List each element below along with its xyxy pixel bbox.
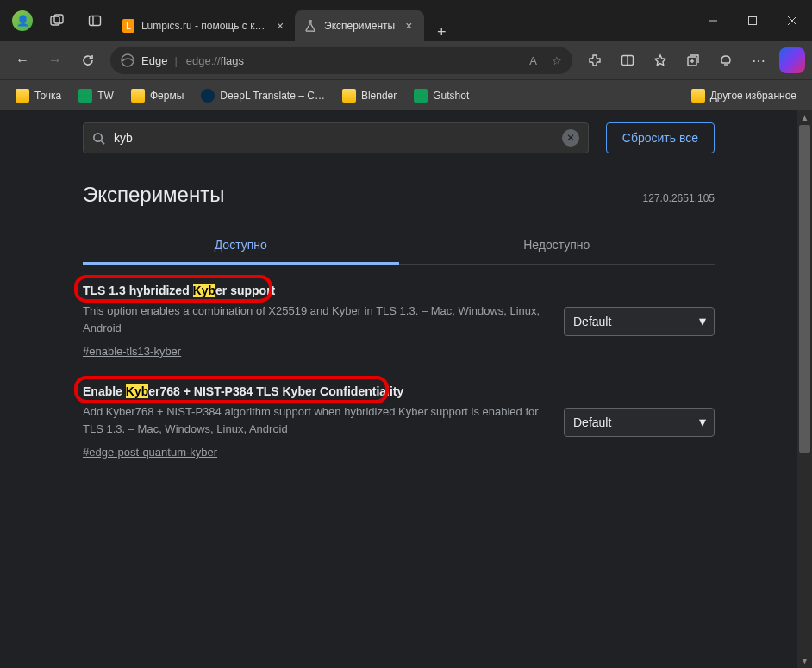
clear-search-button[interactable]: ✕	[562, 129, 579, 147]
tab-title: Lumpics.ru - помощь с компью	[141, 20, 267, 32]
bookmark-item[interactable]: Blender	[335, 85, 403, 106]
version-label: 127.0.2651.105	[643, 192, 715, 204]
addr-actions: A⁺ ☆	[529, 54, 562, 67]
bookmark-item[interactable]: Фермы	[124, 85, 191, 106]
folder-icon	[131, 89, 145, 103]
addr-separator: |	[174, 54, 177, 67]
browser-toolbar: ← → Edge | edge://flags A⁺ ☆ ⋯	[0, 41, 812, 79]
svg-line-15	[101, 140, 104, 144]
forward-button: →	[40, 45, 71, 76]
extensions-icon[interactable]	[579, 45, 610, 76]
search-value: kyb	[114, 131, 562, 145]
flag-select[interactable]: Default	[564, 307, 715, 336]
flag-anchor-link[interactable]: #edge-post-quantum-kyber	[83, 446, 217, 459]
bookmark-item[interactable]: Gutshot	[407, 85, 476, 106]
svg-rect-5	[749, 17, 757, 25]
bookmark-item[interactable]: DeepL Translate – C…	[194, 85, 332, 106]
tab-bar: Доступно Недоступно	[83, 228, 715, 265]
bookmark-item[interactable]: TW	[72, 85, 121, 106]
close-window-button[interactable]	[772, 7, 812, 34]
bookmarks-bar: Точка TW Фермы DeepL Translate – C… Blen…	[0, 79, 812, 110]
flag-description: Add Kyber768 + NIST-P384 algorithm suppo…	[83, 403, 547, 437]
tab-unavailable[interactable]: Недоступно	[399, 228, 715, 264]
flag-title: TLS 1.3 hybridized Kyber support	[83, 284, 547, 297]
copilot-button[interactable]	[779, 47, 805, 73]
close-icon[interactable]: ×	[402, 19, 415, 33]
browser-tab[interactable]: Эксперименты ×	[295, 10, 424, 41]
tab-actions-icon[interactable]	[81, 14, 109, 28]
addr-url: edge://flags	[186, 54, 244, 67]
scroll-down-button[interactable]: ▼	[797, 653, 812, 668]
window-titlebar: 👤 L Lumpics.ru - помощь с компью × Экспе…	[0, 0, 812, 41]
reset-all-button[interactable]: Сбросить все	[606, 122, 715, 153]
flag-anchor-link[interactable]: #enable-tls13-kyber	[83, 345, 181, 358]
back-button[interactable]: ←	[7, 45, 38, 76]
flag-title: Enable Kyber768 + NIST-P384 TLS Kyber Co…	[83, 384, 547, 398]
more-icon[interactable]: ⋯	[743, 45, 774, 76]
close-icon[interactable]: ×	[274, 19, 286, 33]
refresh-button[interactable]	[72, 45, 103, 76]
addr-label: Edge	[141, 54, 167, 67]
flag-select[interactable]: Default	[564, 408, 715, 437]
tab-title: Эксперименты	[324, 20, 395, 32]
sheet-icon	[414, 89, 428, 103]
svg-rect-2	[90, 16, 101, 26]
flag-description: This option enables a combination of X25…	[83, 303, 547, 336]
search-icon	[92, 132, 105, 145]
performance-icon[interactable]	[710, 45, 741, 76]
favorites-icon[interactable]	[645, 45, 676, 76]
folder-icon	[16, 89, 29, 103]
folder-icon	[342, 89, 356, 103]
flag-item: Enable Kyber768 + NIST-P384 TLS Kyber Co…	[83, 384, 715, 459]
new-tab-button[interactable]: +	[428, 23, 455, 41]
read-aloud-icon[interactable]: A⁺	[529, 54, 543, 67]
collections-icon[interactable]	[678, 45, 709, 76]
profile-avatar[interactable]: 👤	[12, 10, 33, 31]
split-screen-icon[interactable]	[612, 45, 643, 76]
scroll-thumb[interactable]	[799, 125, 810, 453]
page-title: Эксперименты	[83, 183, 224, 207]
flask-icon	[303, 19, 317, 33]
maximize-button[interactable]	[733, 7, 772, 34]
window-controls	[693, 7, 812, 34]
workspaces-icon[interactable]	[43, 14, 71, 28]
search-input[interactable]: kyb ✕	[83, 122, 589, 153]
minimize-button[interactable]	[693, 7, 733, 34]
deepl-icon	[201, 89, 215, 103]
folder-icon	[691, 89, 705, 103]
sheet-icon	[78, 89, 92, 103]
tab-strip: L Lumpics.ru - помощь с компью × Экспери…	[114, 0, 455, 41]
flag-item: TLS 1.3 hybridized Kyber support This op…	[83, 284, 715, 359]
bookmark-item[interactable]: Точка	[9, 85, 68, 106]
favorite-icon[interactable]: ☆	[552, 54, 562, 67]
page-content: kyb ✕ Сбросить все Эксперименты 127.0.26…	[0, 110, 797, 668]
browser-tab[interactable]: L Lumpics.ru - помощь с компью ×	[114, 10, 295, 41]
address-bar[interactable]: Edge | edge://flags A⁺ ☆	[110, 47, 572, 74]
svg-point-14	[94, 133, 102, 140]
bookmark-other[interactable]: Другое избранное	[684, 85, 803, 106]
tab-available[interactable]: Доступно	[83, 228, 399, 265]
favicon-icon: L	[122, 19, 134, 33]
edge-icon	[121, 53, 134, 67]
scroll-up-button[interactable]: ▲	[797, 110, 812, 125]
scrollbar[interactable]: ▲ ▼	[797, 110, 812, 668]
